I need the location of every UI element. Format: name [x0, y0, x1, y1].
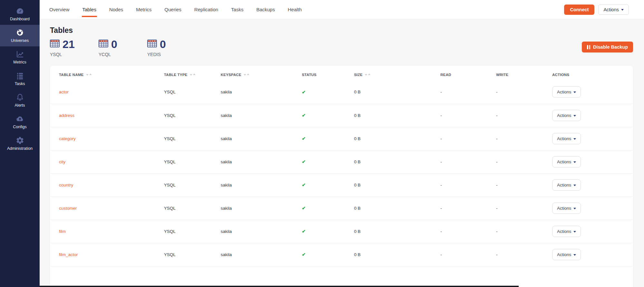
cell-status: ✔: [302, 220, 354, 243]
top-navigation: OverviewTablesNodesMetricsQueriesReplica…: [40, 0, 644, 19]
cell-table-type: YSQL: [164, 220, 221, 243]
stat-ycql: 0YCQL: [99, 39, 147, 57]
cell-read: -: [440, 104, 496, 127]
sort-icons: [86, 73, 92, 76]
check-icon: ✔: [302, 159, 306, 164]
table-name-link[interactable]: film_actor: [59, 252, 78, 257]
chevron-down-icon: [573, 231, 576, 233]
table-row: customerYSQLsakila✔0 B--Actions: [50, 196, 633, 220]
row-actions-button[interactable]: Actions: [552, 249, 581, 260]
main-area: OverviewTablesNodesMetricsQueriesReplica…: [40, 0, 644, 287]
cell-table-type: YSQL: [164, 173, 221, 196]
column-header-keyspace[interactable]: KEYSPACE: [221, 66, 302, 81]
cell-actions: Actions: [552, 220, 633, 243]
cell-status: ✔: [302, 150, 354, 173]
table-name-link[interactable]: city: [59, 159, 65, 164]
column-header-write: WRITE: [496, 66, 552, 81]
table-grid-icon: [147, 40, 157, 49]
table-name-link[interactable]: address: [59, 113, 74, 118]
table-name-link[interactable]: actor: [59, 90, 69, 94]
table-name-link[interactable]: film: [59, 229, 66, 234]
table-row: countryYSQLsakila✔0 B--Actions: [50, 173, 633, 196]
sidebar: DashboardUniversesMetricsTasksAlertsConf…: [0, 0, 40, 287]
table-name-link[interactable]: customer: [59, 206, 77, 211]
row-actions-button[interactable]: Actions: [552, 110, 581, 121]
cell-read: -: [440, 127, 496, 150]
sidebar-item-label: Universes: [11, 38, 29, 43]
sort-icons: [190, 73, 196, 76]
row-actions-button[interactable]: Actions: [552, 226, 581, 237]
sidebar-item-alerts[interactable]: Alerts: [0, 90, 40, 111]
cell-keyspace: sakila: [221, 220, 302, 243]
row-actions-label: Actions: [557, 159, 571, 164]
cell-read: -: [440, 81, 496, 104]
cell-table-type: YSQL: [164, 81, 221, 104]
cell-size: 0 B: [354, 81, 440, 104]
cell-keyspace: sakila: [221, 173, 302, 196]
tab-overview[interactable]: Overview: [49, 0, 70, 19]
sidebar-item-tasks[interactable]: Tasks: [0, 68, 40, 90]
actions-dropdown-label: Actions: [603, 7, 619, 12]
tab-replication[interactable]: Replication: [194, 0, 218, 19]
row-actions-button[interactable]: Actions: [552, 203, 581, 214]
row-actions-label: Actions: [557, 183, 571, 187]
sidebar-item-label: Administration: [7, 146, 33, 151]
column-header-size[interactable]: SIZE: [354, 66, 440, 81]
gear-icon: [16, 136, 24, 145]
chevron-down-icon: [621, 9, 624, 11]
stat-value: 0: [111, 39, 117, 50]
sidebar-item-configs[interactable]: Configs: [0, 111, 40, 133]
cell-table-name: customer: [50, 196, 164, 220]
chevron-down-icon: [573, 185, 576, 186]
actions-dropdown-button[interactable]: Actions: [598, 5, 629, 15]
row-actions-button[interactable]: Actions: [552, 156, 581, 167]
globe-icon: [16, 28, 24, 37]
sidebar-item-universes[interactable]: Universes: [0, 25, 40, 46]
table-grid-icon: [50, 40, 60, 49]
sidebar-item-administration[interactable]: Administration: [0, 133, 40, 154]
disable-backup-button[interactable]: Disable Backup: [582, 42, 633, 53]
row-actions-button[interactable]: Actions: [552, 133, 581, 144]
column-header-table-name[interactable]: TABLE NAME: [50, 66, 164, 81]
tab-health[interactable]: Health: [288, 0, 302, 19]
cell-actions: Actions: [552, 127, 633, 150]
tab-queries[interactable]: Queries: [165, 0, 182, 19]
cell-keyspace: sakila: [221, 243, 302, 266]
cell-actions: Actions: [552, 150, 633, 173]
cloud-upload-icon: [16, 115, 24, 123]
chevron-down-icon: [573, 208, 576, 209]
row-actions-button[interactable]: Actions: [552, 179, 581, 191]
table-grid-icon: [99, 40, 108, 49]
column-label: STATUS: [302, 73, 317, 77]
page-title: Tables: [50, 26, 633, 35]
sidebar-item-metrics[interactable]: Metrics: [0, 46, 40, 68]
check-icon: ✔: [302, 229, 306, 234]
table-name-link[interactable]: category: [59, 136, 76, 141]
stat-top: 0: [147, 39, 196, 50]
sidebar-item-label: Metrics: [13, 60, 26, 64]
column-label: KEYSPACE: [221, 73, 241, 77]
stat-top: 0: [99, 39, 147, 50]
sidebar-item-label: Configs: [13, 125, 26, 129]
cell-read: -: [440, 196, 496, 220]
tab-backups[interactable]: Backups: [256, 0, 275, 19]
tab-nodes[interactable]: Nodes: [109, 0, 123, 19]
sidebar-item-label: Alerts: [15, 103, 25, 108]
sidebar-item-dashboard[interactable]: Dashboard: [0, 3, 40, 25]
cell-status: ✔: [302, 104, 354, 127]
cell-keyspace: sakila: [221, 150, 302, 173]
table-header-row: TABLE NAMETABLE TYPEKEYSPACESTATUSSIZERE…: [50, 66, 633, 81]
cell-actions: Actions: [552, 173, 633, 196]
tab-tables[interactable]: Tables: [82, 0, 96, 19]
table-name-link[interactable]: country: [59, 183, 73, 187]
tab-metrics[interactable]: Metrics: [136, 0, 151, 19]
app-root: DashboardUniversesMetricsTasksAlertsConf…: [0, 0, 644, 287]
column-header-table-type[interactable]: TABLE TYPE: [164, 66, 221, 81]
cell-write: -: [496, 81, 552, 104]
cell-size: 0 B: [354, 243, 440, 266]
tab-tasks[interactable]: Tasks: [231, 0, 243, 19]
row-actions-button[interactable]: Actions: [552, 86, 581, 98]
cell-size: 0 B: [354, 220, 440, 243]
cell-table-name: country: [50, 173, 164, 196]
connect-button[interactable]: Connect: [564, 5, 594, 15]
